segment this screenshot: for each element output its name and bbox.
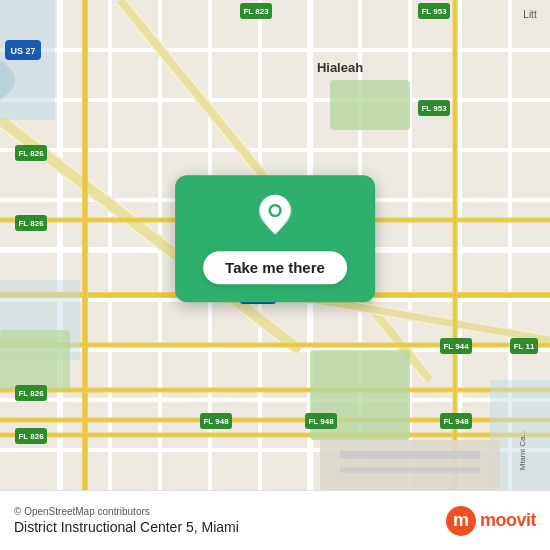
svg-rect-48: [0, 330, 70, 390]
location-card: Take me there: [175, 175, 375, 302]
location-name: District Instructional Center 5, Miami: [14, 519, 239, 535]
svg-text:FL 948: FL 948: [443, 417, 469, 426]
svg-text:FL 826: FL 826: [18, 219, 44, 228]
svg-text:FL 953: FL 953: [421, 7, 447, 16]
svg-text:FL 944: FL 944: [443, 342, 469, 351]
svg-text:FL 826: FL 826: [18, 432, 44, 441]
svg-text:FL 948: FL 948: [308, 417, 334, 426]
svg-text:FL 826: FL 826: [18, 389, 44, 398]
svg-text:FL 953: FL 953: [421, 104, 447, 113]
pin-icon: [251, 193, 299, 241]
location-info: © OpenStreetMap contributors District In…: [14, 506, 239, 535]
svg-text:FL 823: FL 823: [243, 7, 269, 16]
svg-point-85: [271, 206, 279, 214]
moovit-m-icon: m: [446, 506, 476, 536]
svg-rect-46: [330, 80, 410, 130]
moovit-wordmark: moovit: [480, 510, 536, 531]
moovit-logo: m moovit: [446, 506, 536, 536]
map-container: US 27 US 27 FL 823 FL 953 FL 953 FL 826 …: [0, 0, 550, 490]
svg-text:FL 11: FL 11: [514, 342, 535, 351]
svg-rect-49: [320, 440, 500, 490]
svg-text:Litt: Litt: [523, 9, 537, 20]
copyright-text: © OpenStreetMap contributors: [14, 506, 239, 517]
moovit-letter: m: [453, 510, 469, 531]
svg-text:Miami Ca...: Miami Ca...: [518, 430, 527, 470]
bottom-bar: © OpenStreetMap contributors District In…: [0, 490, 550, 550]
take-me-there-button[interactable]: Take me there: [203, 251, 347, 284]
svg-text:FL 826: FL 826: [18, 149, 44, 158]
svg-text:FL 948: FL 948: [203, 417, 229, 426]
svg-text:Hialeah: Hialeah: [317, 60, 363, 75]
svg-text:US 27: US 27: [10, 46, 35, 56]
